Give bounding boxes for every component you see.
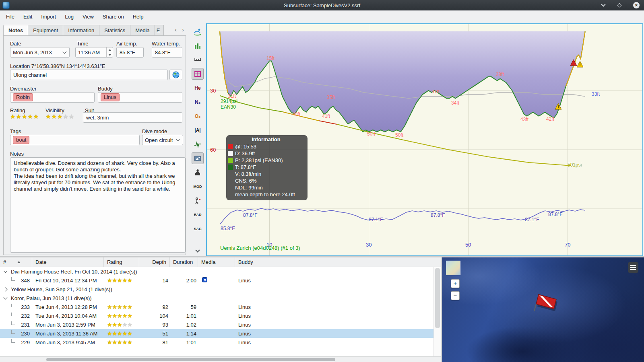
rating-stars[interactable]: ★★★★★ [10,113,39,120]
title-bar: Subsurface: SampleDivesV2.ssrf × [0,0,644,10]
dive-row[interactable]: 232 Tue Jun 4, 2013 10:04 AM ★★★★★ 104 1… [0,311,441,320]
buddy-field[interactable]: Linus [98,92,182,103]
col-header-number[interactable]: # [0,257,32,267]
dive-row[interactable]: 231 Mon Jun 3, 2013 2:59 PM ★★★★★ 93 1:0… [0,320,441,329]
dive-row[interactable]: 229 Mon Jun 3, 2013 9:45 AM ★★★★★ 81 1:0… [0,338,441,347]
map-panel[interactable]: + − [442,257,644,362]
divemaster-field[interactable]: Robin [10,92,95,103]
map-zoom-in-button[interactable]: + [451,279,460,288]
buddy-chip[interactable]: Linus [101,93,120,101]
tab-extra[interactable]: E [155,25,164,36]
pp-oxygen-toggle-button[interactable]: O₂ [192,110,204,122]
tab-media[interactable]: Media [130,25,155,36]
tab-notes[interactable]: Notes [3,25,28,36]
trip-label: Yellow House, Sun Sep 21, 2014 (1 dive(s… [11,286,112,292]
scrollbar-thumb[interactable] [46,358,335,361]
dive-rating: ★★★★★ [107,304,132,310]
trip-row[interactable]: Divi Flamingo House Reef, Fri Oct 10, 20… [0,267,441,276]
tab-scroll-left[interactable]: ‹ [173,27,179,34]
minimize-button[interactable] [600,2,607,9]
menu-help[interactable]: Help [128,12,148,21]
map-zoom-out-button[interactable]: − [451,291,460,300]
water-temp-field[interactable] [152,47,182,58]
map-type-thumbnail[interactable] [446,261,460,275]
ead-toggle-button[interactable]: EAD [192,209,204,220]
tag-chip[interactable]: boat [13,136,29,144]
scrollbar-thumb[interactable] [435,268,440,328]
map-menu-button[interactable] [628,262,638,273]
toolbar-scroll-down-button[interactable] [196,247,199,253]
divemaster-chip[interactable]: Robin [13,93,33,101]
sac-toggle-button[interactable]: SAC [192,223,204,234]
dive-row[interactable]: 348 Fri Oct 10, 2014 12:34 PM ★★★★★ 14 2… [0,276,441,285]
dive-profile[interactable]: 30601030507031ft15ft40ft35ft41ft50ft50ft… [206,23,643,256]
tab-scroll-right[interactable]: › [180,27,186,34]
ruler-toggle-button[interactable] [192,167,204,178]
time-spin-buttons[interactable] [106,47,113,57]
col-header-duration[interactable]: Duration [170,257,198,267]
location-globe-button[interactable] [169,70,182,80]
visibility-stars[interactable]: ★★★★★ [45,113,74,120]
tab-equipment[interactable]: Equipment [28,25,63,36]
sort-asc-icon [17,261,21,263]
menu-edit[interactable]: Edit [19,12,37,21]
close-button[interactable]: × [633,2,640,9]
air-temp-field[interactable] [116,47,144,58]
menu-share-on[interactable]: Share on [98,12,128,21]
pp-nitrogen-toggle-button[interactable]: N₂ [192,96,204,108]
col-header-depth[interactable]: Depth [139,257,170,267]
collapse-caret-icon[interactable] [4,269,8,273]
dive-row-selected[interactable]: 230 Mon Jun 3, 2013 11:36 AM ★★★★★ 51 1:… [0,329,441,338]
media-icon[interactable] [202,277,207,282]
trip-row[interactable]: Yellow House, Sun Sep 21, 2014 (1 dive(s… [0,285,441,294]
expand-caret-icon[interactable] [4,287,8,291]
mod-toggle-button[interactable]: MOD [192,181,204,192]
ceiling-toggle-button[interactable] [192,68,204,80]
sac-icon: SAC [194,227,201,231]
tab-statistics[interactable]: Statistics [99,25,130,36]
menu-log[interactable]: Log [60,12,78,21]
notes-textarea[interactable]: Unbelievable dive. Dozens and dozens of … [10,157,186,253]
heart-rate-toggle-button[interactable] [192,138,204,150]
menu-view[interactable]: View [78,12,98,21]
suit-field[interactable] [83,112,182,123]
col-header-rating[interactable]: Rating [104,257,139,267]
scale-toggle-button[interactable] [192,54,204,66]
tags-field[interactable]: boat [10,135,140,145]
dive-buddy: Linus [235,278,441,284]
col-header-media[interactable]: Media [198,257,235,267]
collapse-caret-icon[interactable] [4,296,8,300]
chevron-down-icon [176,138,180,142]
dive-row[interactable]: 233 Tue Jun 4, 2013 12:28 PM ★★★★★ 92 59… [0,302,441,311]
horizontal-scrollbar[interactable] [0,356,441,362]
time-spinbox[interactable]: 11:36 AM [75,47,113,58]
col-header-buddy[interactable]: Buddy [235,257,441,267]
infobox-ndl: NDL: 99min [235,184,263,191]
swimmer-toggle-button[interactable] [192,26,204,37]
ambient-pressure-toggle-button[interactable]: |A| [192,124,204,136]
dive-date: Mon Jun 3, 2013 9:45 AM [32,339,104,346]
menu-import[interactable]: Import [37,12,60,21]
deco-person-icon [194,197,202,205]
swimmer-icon [194,28,202,36]
pp-helium-toggle-button[interactable]: He [192,82,204,94]
infobox-pressure: P: 2,381psi (EAN30) [235,157,283,164]
location-field[interactable] [10,70,168,80]
dive-number: 231 [21,322,32,328]
photos-toggle-button[interactable] [192,152,204,164]
maximize-button[interactable] [616,2,623,9]
tank-bar-toggle-button[interactable] [192,40,204,51]
col-header-date[interactable]: Date [32,257,104,267]
tab-information[interactable]: Information [63,25,99,36]
dive-number: 232 [21,313,32,319]
date-select[interactable]: Mon Jun 3, 2013 [10,47,70,58]
menu-file[interactable]: File [2,12,19,21]
trip-row[interactable]: Koror, Palau, Jun 2013 (11 dive(s)) [0,294,441,302]
infobox-depth: D: 36.9ft [235,150,255,157]
deco-toggle-button[interactable] [192,195,204,206]
window-title: Subsurface: SampleDivesV2.ssrf [0,2,644,8]
vertical-scrollbar[interactable] [433,267,441,356]
dive-mode-select[interactable]: Open circuit [142,135,183,145]
dive-site-flag-marker[interactable] [534,289,562,315]
divemaster-label: Divemaster [10,86,37,92]
